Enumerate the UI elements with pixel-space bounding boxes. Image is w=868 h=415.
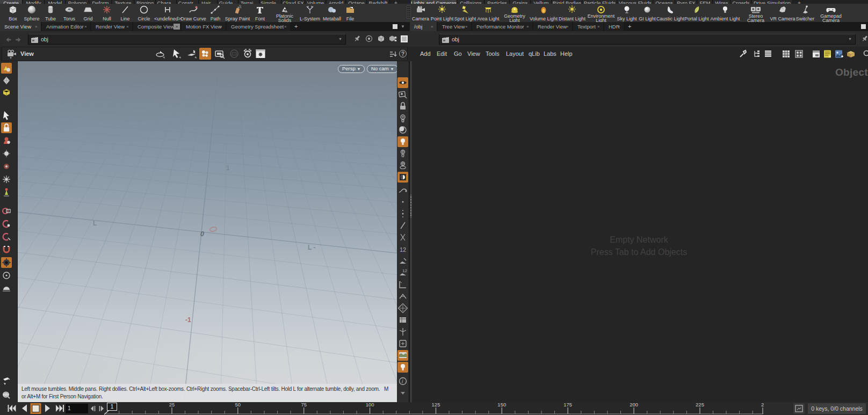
svg-text:50: 50 bbox=[235, 402, 241, 407]
svg-text:150: 150 bbox=[497, 402, 506, 407]
svg-text:25: 25 bbox=[169, 402, 175, 407]
svg-text:200: 200 bbox=[630, 402, 638, 407]
svg-text:100: 100 bbox=[366, 402, 374, 407]
svg-text:175: 175 bbox=[563, 402, 572, 407]
svg-text:12: 12 bbox=[400, 246, 406, 253]
svg-text:225: 225 bbox=[696, 402, 704, 407]
svg-text:i: i bbox=[402, 378, 403, 384]
svg-text:125: 125 bbox=[432, 402, 440, 407]
svg-text:75: 75 bbox=[301, 402, 307, 407]
svg-text:12: 12 bbox=[402, 268, 407, 273]
svg-text:2: 2 bbox=[761, 402, 764, 407]
